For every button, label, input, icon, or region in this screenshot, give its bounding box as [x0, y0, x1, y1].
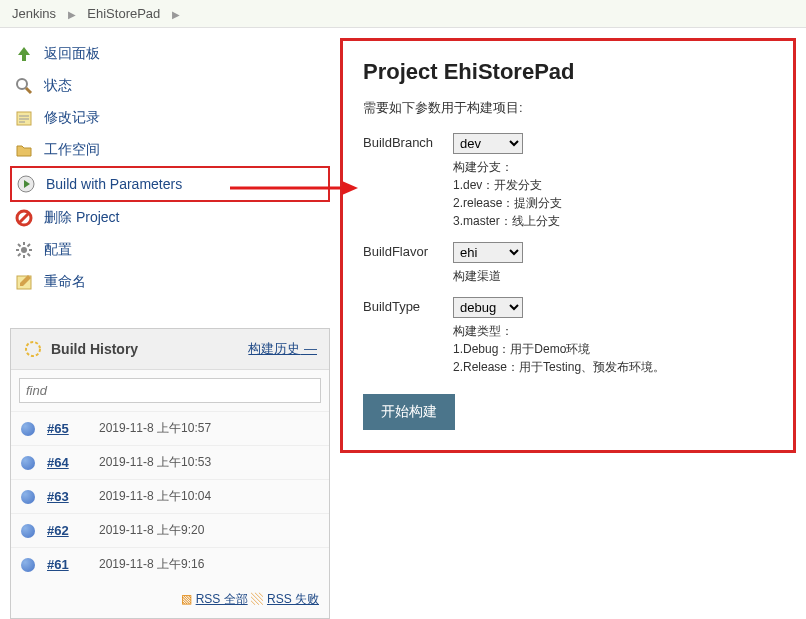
breadcrumb: Jenkins ▶ EhiStorePad ▶	[0, 0, 806, 28]
sidebar-item-label: Build with Parameters	[46, 176, 182, 192]
sidebar-item-label: 重命名	[44, 273, 86, 291]
sidebar-item-label: 返回面板	[44, 45, 100, 63]
build-history-title: Build History	[51, 341, 138, 357]
status-ball-icon	[21, 524, 35, 538]
build-row[interactable]: #63 2019-11-8 上午10:04	[11, 479, 329, 513]
form-description: 需要如下参数用于构建项目:	[363, 99, 773, 117]
sidebar-item-label: 配置	[44, 241, 72, 259]
status-ball-icon	[21, 422, 35, 436]
build-button[interactable]: 开始构建	[363, 394, 455, 430]
main-panel: Project EhiStorePad 需要如下参数用于构建项目: BuildB…	[340, 38, 796, 619]
svg-line-8	[19, 213, 29, 223]
param-help: 构建类型： 1.Debug：用于Demo环境 2.Release：用于Testi…	[453, 322, 665, 376]
build-history-search[interactable]	[19, 378, 321, 403]
build-time: 2019-11-8 上午10:04	[99, 488, 211, 505]
build-history-link[interactable]: 构建历史 —	[248, 340, 317, 358]
param-help: 构建分支： 1.dev：开发分支 2.release：提测分支 3.master…	[453, 158, 562, 230]
sidebar-item-configure[interactable]: 配置	[10, 234, 330, 266]
build-number[interactable]: #65	[47, 421, 87, 436]
search-icon	[14, 76, 34, 96]
breadcrumb-sep: ▶	[68, 9, 76, 20]
page-title: Project EhiStorePad	[363, 59, 773, 85]
sidebar-item-label: 修改记录	[44, 109, 100, 127]
build-history-panel: Build History 构建历史 — #65 2019-11-8 上午10:…	[10, 328, 330, 619]
sidebar-item-rename[interactable]: 重命名	[10, 266, 330, 298]
svg-line-15	[28, 254, 31, 257]
status-ball-icon	[21, 558, 35, 572]
notepad-icon	[14, 108, 34, 128]
build-time: 2019-11-8 上午9:20	[99, 522, 204, 539]
rss-icon: ▧	[181, 592, 192, 606]
sidebar-item-label: 删除 Project	[44, 209, 119, 227]
breadcrumb-project[interactable]: EhiStorePad	[87, 6, 160, 21]
rss-failed-link[interactable]: RSS 失败	[267, 592, 319, 606]
svg-line-17	[28, 244, 31, 247]
build-history-header: Build History 构建历史 —	[11, 329, 329, 370]
param-type: BuildType debug 构建类型： 1.Debug：用于Demo环境 2…	[363, 297, 773, 376]
edit-icon	[14, 272, 34, 292]
svg-line-1	[26, 88, 31, 93]
annotation-arrow-icon	[230, 178, 360, 198]
rss-all-link[interactable]: RSS 全部	[196, 592, 248, 606]
svg-point-19	[26, 342, 40, 356]
trend-icon	[23, 339, 43, 359]
svg-point-9	[21, 247, 27, 253]
sidebar-item-workspace[interactable]: 工作空间	[10, 134, 330, 166]
gear-icon	[14, 240, 34, 260]
build-row[interactable]: #62 2019-11-8 上午9:20	[11, 513, 329, 547]
param-help: 构建渠道	[453, 267, 523, 285]
sidebar-item-changes[interactable]: 修改记录	[10, 102, 330, 134]
build-form: Project EhiStorePad 需要如下参数用于构建项目: BuildB…	[340, 38, 796, 453]
build-number[interactable]: #61	[47, 557, 87, 572]
clock-play-icon	[16, 174, 36, 194]
svg-line-16	[18, 254, 21, 257]
build-time: 2019-11-8 上午10:57	[99, 420, 211, 437]
sidebar-item-delete[interactable]: 删除 Project	[10, 202, 330, 234]
build-row[interactable]: #61 2019-11-8 上午9:16	[11, 547, 329, 581]
build-number[interactable]: #64	[47, 455, 87, 470]
param-label: BuildFlavor	[363, 242, 453, 285]
build-number[interactable]: #62	[47, 523, 87, 538]
build-row[interactable]: #65 2019-11-8 上午10:57	[11, 411, 329, 445]
rss-links: ▧RSS 全部 ▧RSS 失败	[11, 581, 329, 618]
build-time: 2019-11-8 上午10:53	[99, 454, 211, 471]
sidebar-item-back[interactable]: 返回面板	[10, 38, 330, 70]
breadcrumb-sep: ▶	[172, 9, 180, 20]
breadcrumb-root[interactable]: Jenkins	[12, 6, 56, 21]
status-ball-icon	[21, 490, 35, 504]
sidebar: 返回面板 状态 修改记录 工作空间 Build with Parameters …	[10, 38, 340, 619]
param-branch: BuildBranch dev 构建分支： 1.dev：开发分支 2.relea…	[363, 133, 773, 230]
build-time: 2019-11-8 上午9:16	[99, 556, 204, 573]
status-ball-icon	[21, 456, 35, 470]
forbidden-icon	[14, 208, 34, 228]
rss-icon: ▧	[251, 592, 263, 606]
build-number[interactable]: #63	[47, 489, 87, 504]
svg-point-0	[17, 79, 27, 89]
svg-line-14	[18, 244, 21, 247]
folder-icon	[14, 140, 34, 160]
type-select[interactable]: debug	[453, 297, 523, 318]
branch-select[interactable]: dev	[453, 133, 523, 154]
param-label: BuildType	[363, 297, 453, 376]
sidebar-item-label: 状态	[44, 77, 72, 95]
flavor-select[interactable]: ehi	[453, 242, 523, 263]
param-flavor: BuildFlavor ehi 构建渠道	[363, 242, 773, 285]
build-row[interactable]: #64 2019-11-8 上午10:53	[11, 445, 329, 479]
sidebar-item-status[interactable]: 状态	[10, 70, 330, 102]
sidebar-item-label: 工作空间	[44, 141, 100, 159]
up-arrow-icon	[14, 44, 34, 64]
param-label: BuildBranch	[363, 133, 453, 230]
